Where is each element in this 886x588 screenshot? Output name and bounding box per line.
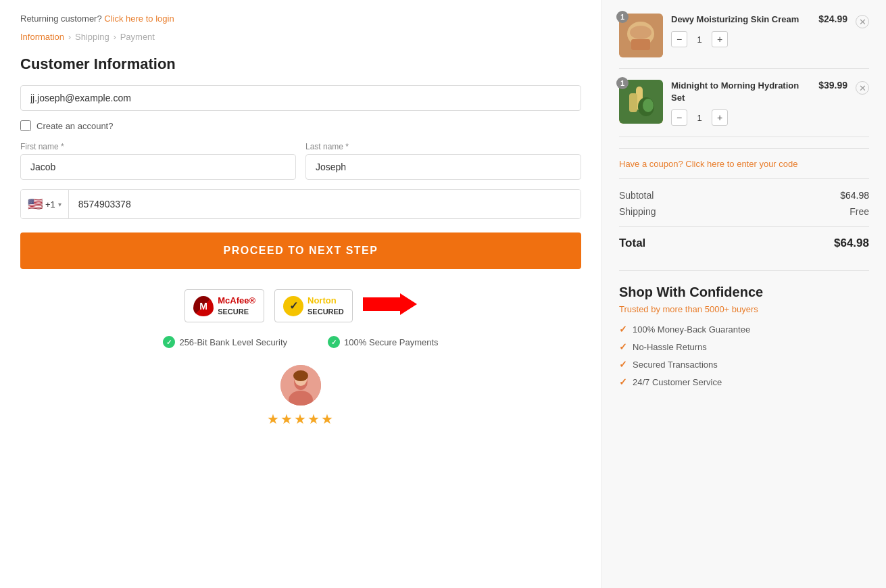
cart-item-1-decrease-button[interactable]: − [671,31,687,47]
create-account-checkbox[interactable] [20,120,31,131]
arrow-indicator [363,292,417,320]
security-feature-bank: ✓ 256-Bit Bank Level Security [163,336,287,348]
svg-point-8 [630,26,651,39]
cart-item-1-quantity: 1 [693,34,706,45]
cart-item-2-quantity: 1 [693,113,706,123]
subtotal-row: Subtotal $64.98 [619,190,869,201]
reviewer-stars: ★★★★★ [267,411,335,427]
first-name-group: First name * [20,142,296,180]
confidence-item-1-label: No-Hassle Returns [633,342,707,352]
confidence-item-1: ✓ No-Hassle Returns [619,341,869,352]
security-badges: M McAfee®SECURE ✓ NortonSECURED [20,289,581,322]
svg-rect-12 [629,93,637,112]
breadcrumb-information[interactable]: Information [20,32,64,42]
confidence-section: Shop With Confidence Trusted by more tha… [619,270,869,387]
breadcrumb-sep-2: › [114,32,116,42]
norton-text: NortonSECURED [307,295,344,316]
cart-item-2-price: $39.99 [818,80,847,91]
name-row: First name * Last name * [20,142,581,180]
coupon-link[interactable]: Have a coupon? Click here to enter your … [619,159,798,169]
svg-point-14 [643,99,654,112]
phone-row: 🇺🇸 +1 ▾ [20,189,581,219]
cart-item-2-remove-button[interactable]: ✕ [856,81,869,95]
confidence-check-2-icon: ✓ [619,359,627,370]
first-name-input[interactable] [20,154,296,180]
cart-item-1-remove-button[interactable]: ✕ [856,15,869,28]
proceed-button[interactable]: PROCEED TO NEXT STEP [20,232,581,269]
svg-point-5 [293,370,308,381]
shipping-row: Shipping Free [619,206,869,217]
last-name-group: Last name * [305,142,581,180]
confidence-check-3-icon: ✓ [619,376,627,387]
cart-item-1-name: Dewy Moisturizing Skin Cream [671,14,810,26]
subtotal-label: Subtotal [619,190,654,201]
cart-item-2-qty-row: − 1 + [671,109,810,126]
svg-rect-9 [631,39,650,50]
svg-marker-0 [363,293,417,315]
cart-item-1-qty-row: − 1 + [671,31,810,47]
reviewer-avatar [280,365,321,406]
mcafee-badge: M McAfee®SECURE [184,289,264,322]
reviewer-section: ★★★★★ [20,365,581,427]
login-link[interactable]: Click here to login [104,14,174,24]
first-name-label: First name * [20,142,296,151]
mcafee-text: McAfee®SECURE [218,295,255,316]
email-input[interactable] [20,85,581,111]
shipping-label: Shipping [619,206,656,217]
breadcrumb-shipping[interactable]: Shipping [75,32,109,42]
total-row: Total $64.98 [619,226,869,250]
confidence-item-3: ✓ 24/7 Customer Service [619,376,869,387]
confidence-check-0-icon: ✓ [619,324,627,335]
phone-dropdown-arrow-icon: ▾ [58,201,61,208]
cart-item-2-details: Midnight to Morning Hydration Set − 1 + [671,80,810,126]
total-value: $64.98 [834,237,869,250]
cart-item-1-price: $24.99 [818,14,847,24]
section-title: Customer Information [20,55,581,73]
confidence-item-0: ✓ 100% Money-Back Guarantee [619,324,869,335]
cart-item-2-badge: 1 [616,77,629,89]
bank-security-label: 256-Bit Bank Level Security [179,337,287,347]
secure-payments-label: 100% Secure Payments [344,337,438,347]
confidence-item-2-label: Secured Transactions [633,360,718,370]
phone-flag-dropdown[interactable]: 🇺🇸 +1 ▾ [21,190,69,218]
cart-item-2-image-wrapper: 1 [619,80,663,124]
cart-item-1-image-wrapper: 1 [619,14,663,57]
cart-item-2-increase-button[interactable]: + [712,109,728,126]
phone-code: +1 [45,199,55,210]
security-features: ✓ 256-Bit Bank Level Security ✓ 100% Sec… [20,336,581,348]
cart-item-2-decrease-button[interactable]: − [671,109,687,126]
last-name-label: Last name * [305,142,581,151]
confidence-item-3-label: 24/7 Customer Service [633,377,722,387]
breadcrumb-payment[interactable]: Payment [120,32,155,42]
returning-customer-text: Returning customer? Click here to login [20,14,581,24]
cart-item-1-increase-button[interactable]: + [712,31,728,47]
confidence-check-1-icon: ✓ [619,341,627,352]
breadcrumb: Information › Shipping › Payment [20,32,581,42]
create-account-row: Create an account? [20,120,581,131]
norton-check-icon: ✓ [283,296,303,316]
breadcrumb-sep-1: › [68,32,71,42]
total-label: Total [619,237,645,250]
flag-us-icon: 🇺🇸 [28,197,43,212]
norton-badge: ✓ NortonSECURED [274,289,353,322]
mcafee-shield-icon: M [193,296,214,316]
confidence-item-2: ✓ Secured Transactions [619,359,869,370]
cart-item-2-name: Midnight to Morning Hydration Set [671,80,810,104]
cart-item-1-badge: 1 [616,11,629,23]
coupon-section: Have a coupon? Click here to enter your … [619,148,869,179]
confidence-subtitle: Trusted by more than 5000+ buyers [619,304,869,314]
secure-payments-check-icon: ✓ [328,336,340,348]
email-field-group [20,85,581,111]
confidence-item-0-label: 100% Money-Back Guarantee [633,324,750,335]
subtotal-value: $64.98 [840,190,869,201]
last-name-input[interactable] [305,154,581,180]
cart-item-2: 1 Midnight to Morning Hydration Set − 1 … [619,80,869,137]
cart-item-1: 1 Dewy Moisturizing Skin Cream − 1 + $24… [619,14,869,69]
shipping-value: Free [850,206,869,217]
bank-security-check-icon: ✓ [163,336,175,348]
cart-item-1-details: Dewy Moisturizing Skin Cream − 1 + [671,14,810,47]
phone-input[interactable] [69,190,581,218]
confidence-title: Shop With Confidence [619,285,869,300]
create-account-label: Create an account? [36,121,113,131]
security-feature-payments: ✓ 100% Secure Payments [328,336,438,348]
